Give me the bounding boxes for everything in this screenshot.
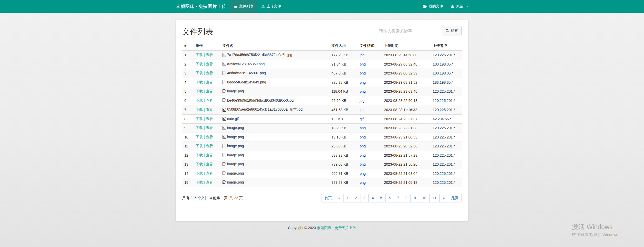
filename-text: image.png xyxy=(227,126,244,130)
cell-filename: image.png xyxy=(220,133,329,142)
view-link[interactable]: 查看 xyxy=(206,144,213,148)
view-link[interactable]: 查看 xyxy=(206,98,213,102)
pagination-page-5[interactable]: 5 xyxy=(377,194,386,202)
footer-site-link[interactable]: 素颜图床 - 免费图片上传 xyxy=(317,226,356,230)
header-actions: 操作 xyxy=(194,41,220,50)
download-link[interactable]: 下载 xyxy=(196,62,203,66)
download-link[interactable]: 下载 xyxy=(196,108,203,112)
cell-filesize: 1.3 MB xyxy=(329,114,358,124)
image-file-icon xyxy=(223,153,226,157)
format-link[interactable]: gif xyxy=(360,117,364,121)
pagination-last[interactable]: 尾页 xyxy=(448,194,462,202)
cell-index: 1 xyxy=(182,50,194,60)
format-link[interactable]: png xyxy=(360,80,366,84)
download-link[interactable]: 下载 xyxy=(196,171,203,175)
format-link[interactable]: jpg xyxy=(360,99,365,103)
download-link[interactable]: 下载 xyxy=(196,180,203,184)
view-link[interactable]: 查看 xyxy=(206,180,213,184)
format-link[interactable]: png xyxy=(360,62,366,66)
view-link[interactable]: 查看 xyxy=(206,162,213,166)
image-file-icon xyxy=(223,89,226,93)
cell-uploader-ip: 120.225.201.* xyxy=(431,169,462,178)
download-link[interactable]: 下载 xyxy=(196,53,203,57)
view-link[interactable]: 查看 xyxy=(206,171,213,175)
download-link[interactable]: 下载 xyxy=(196,153,203,157)
page-title: 文件列表 xyxy=(182,27,213,36)
image-file-icon xyxy=(223,53,226,57)
nav-item-file-list[interactable]: 文件列表 xyxy=(230,0,257,13)
download-link[interactable]: 下载 xyxy=(196,117,203,121)
search-input[interactable] xyxy=(378,27,435,35)
cell-upload-time: 2023-08-28 22:50:13 xyxy=(382,96,431,105)
pagination-page-7[interactable]: 7 xyxy=(394,194,402,202)
view-link[interactable]: 查看 xyxy=(206,108,213,112)
pagination-page-11[interactable]: 11 xyxy=(429,194,440,202)
format-link[interactable]: png xyxy=(360,180,366,185)
cell-format: jpg xyxy=(358,50,382,60)
format-link[interactable]: jpg xyxy=(360,53,365,57)
nav-item-my-files[interactable]: 我的文件 xyxy=(419,0,447,13)
view-link[interactable]: 查看 xyxy=(206,89,213,93)
pagination-page-8[interactable]: 8 xyxy=(402,194,411,202)
cell-uploader-ip: 120.225.201.* xyxy=(431,124,462,133)
download-link[interactable]: 下载 xyxy=(196,162,203,166)
download-link[interactable]: 下载 xyxy=(196,80,203,84)
cell-uploader-ip: 183.198.35.* xyxy=(431,60,462,69)
view-link[interactable]: 查看 xyxy=(206,80,213,84)
view-link[interactable]: 查看 xyxy=(206,71,213,75)
file-list-card: 文件列表 搜索 # 操作 文件名 文件大 xyxy=(176,20,468,221)
pagination-next[interactable]: » xyxy=(439,194,448,202)
format-link[interactable]: png xyxy=(360,171,366,176)
cell-actions: 下载|查看 xyxy=(194,50,220,60)
pagination-prev[interactable]: « xyxy=(335,194,344,202)
nav-item-upload[interactable]: 上传文件 xyxy=(257,0,285,13)
pagination-page-3[interactable]: 3 xyxy=(360,194,369,202)
pagination-page-1[interactable]: 1 xyxy=(343,194,352,202)
pagination-page-9[interactable]: 9 xyxy=(410,194,419,202)
nav-item-account-dropdown[interactable]: 聚合 xyxy=(447,0,472,13)
header-filename: 文件名 xyxy=(220,41,329,50)
pagination-page-2[interactable]: 2 xyxy=(352,194,360,202)
format-link[interactable]: png xyxy=(360,135,366,139)
pagination-page-10[interactable]: 10 xyxy=(419,194,430,202)
format-link[interactable]: png xyxy=(360,71,366,75)
download-link[interactable]: 下载 xyxy=(196,89,203,93)
download-link[interactable]: 下载 xyxy=(196,126,203,130)
folder-open-icon xyxy=(423,5,427,8)
pagination-first[interactable]: 首页 xyxy=(321,194,335,202)
cell-uploader-ip: 120.225.201.* xyxy=(431,87,462,96)
format-link[interactable]: png xyxy=(360,89,366,93)
view-link[interactable]: 查看 xyxy=(206,135,213,139)
view-link[interactable]: 查看 xyxy=(206,117,213,121)
download-link[interactable]: 下载 xyxy=(196,135,203,139)
filename-text: image.png xyxy=(227,135,244,139)
view-link[interactable]: 查看 xyxy=(206,153,213,157)
nav-item-label: 聚合 xyxy=(456,4,463,9)
table-row: 12下载|查看image.png633.23 KBpng2023-08-22 2… xyxy=(182,151,462,160)
cell-filename: image.png xyxy=(220,178,329,187)
download-link[interactable]: 下载 xyxy=(196,71,203,75)
view-link[interactable]: 查看 xyxy=(206,126,213,130)
format-link[interactable]: png xyxy=(360,162,366,166)
cell-filesize: 177.29 KB xyxy=(329,50,358,60)
format-link[interactable]: png xyxy=(360,153,366,157)
pagination-page-4[interactable]: 4 xyxy=(368,194,377,202)
download-link[interactable]: 下载 xyxy=(196,98,203,102)
search-button[interactable]: 搜索 xyxy=(442,26,462,35)
cell-uploader-ip: 120.225.201.* xyxy=(431,50,462,60)
view-link[interactable]: 查看 xyxy=(206,62,213,66)
view-link[interactable]: 查看 xyxy=(206,53,213,57)
format-link[interactable]: png xyxy=(360,144,366,148)
action-separator: | xyxy=(204,108,205,112)
pagination-summary: 共有 325 个文件 当前第 1 页, 共 22 页 xyxy=(182,196,243,200)
cell-upload-time: 2023-08-29 14:58:00 xyxy=(382,50,431,60)
cell-filesize: 666.71 KB xyxy=(329,169,358,178)
format-link[interactable]: jpg xyxy=(360,108,365,112)
brand-link[interactable]: 素颜图床 - 免费图片上传 xyxy=(172,0,230,13)
download-link[interactable]: 下载 xyxy=(196,144,203,148)
image-file-icon xyxy=(223,98,226,102)
image-file-icon xyxy=(223,180,226,184)
pagination-page-6[interactable]: 6 xyxy=(385,194,394,202)
nav-item-label: 上传文件 xyxy=(267,4,281,9)
format-link[interactable]: png xyxy=(360,126,366,130)
